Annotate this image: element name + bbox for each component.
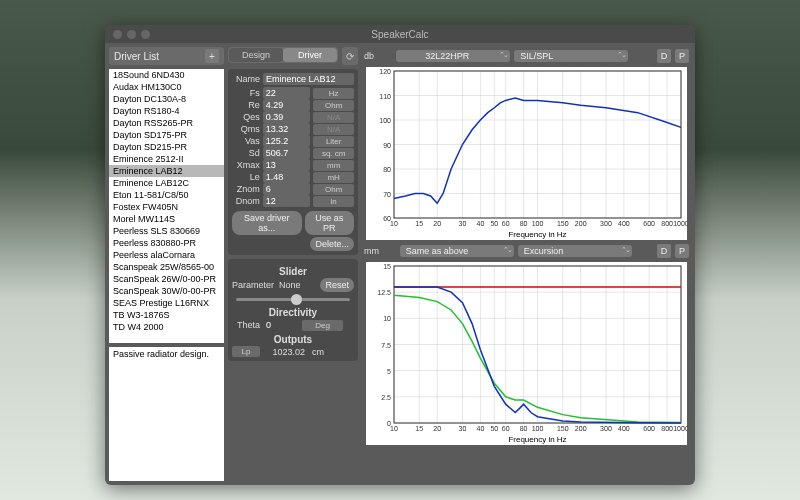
svg-text:10: 10 <box>383 315 391 322</box>
chart-top-p-button[interactable]: P <box>675 49 689 63</box>
param-row: Vas125.2Liter <box>232 135 354 147</box>
slider-thumb[interactable] <box>291 294 302 305</box>
list-item[interactable]: SEAS Prestige L16RNX <box>109 297 224 309</box>
list-item[interactable]: Dayton RSS265-PR <box>109 117 224 129</box>
param-value[interactable]: 22 <box>263 87 311 99</box>
list-item[interactable]: Audax HM130C0 <box>109 81 224 93</box>
delete-button[interactable]: Delete... <box>310 237 354 251</box>
slider-track[interactable] <box>236 298 350 301</box>
param-row: Sd506.7sq. cm <box>232 147 354 159</box>
chart-top-d-button[interactable]: D <box>657 49 671 63</box>
param-unit: mm <box>313 160 354 171</box>
param-row: Qms13.32N/A <box>232 123 354 135</box>
param-label: Fs <box>232 88 260 98</box>
name-value[interactable]: Eminence LAB12 <box>263 73 354 85</box>
tab-design[interactable]: Design <box>229 48 283 62</box>
svg-text:7.5: 7.5 <box>381 342 391 349</box>
list-item[interactable]: ScanSpeak 26W/0-00-PR <box>109 273 224 285</box>
chart-top-header: db 32L22HPR SIL/SPL D P <box>362 47 691 65</box>
list-item[interactable]: Eton 11-581/C8/50 <box>109 189 224 201</box>
list-item[interactable]: 18Sound 6ND430 <box>109 69 224 81</box>
use-as-pr-button[interactable]: Use as PR <box>305 211 354 235</box>
chart-bottom-mode-dropdown[interactable]: Excursion <box>518 245 632 257</box>
list-item[interactable]: Peerless 830880-PR <box>109 237 224 249</box>
list-item[interactable]: ScanSpeak 30W/0-00-PR <box>109 285 224 297</box>
refresh-icon[interactable]: ⟳ <box>342 47 358 65</box>
svg-text:150: 150 <box>557 425 569 432</box>
svg-text:1000: 1000 <box>673 220 687 227</box>
list-item[interactable]: Peerless SLS 830669 <box>109 225 224 237</box>
driver-note[interactable]: Passive radiator design. <box>109 347 224 481</box>
param-value[interactable]: 0.39 <box>263 111 311 123</box>
param-value[interactable]: 125.2 <box>263 135 311 147</box>
svg-text:800: 800 <box>661 220 673 227</box>
list-item[interactable]: Dayton SD215-PR <box>109 141 224 153</box>
param-value[interactable]: 6 <box>263 183 311 195</box>
param-value[interactable]: 13 <box>263 159 311 171</box>
slider-title: Slider <box>232 266 354 277</box>
list-item[interactable]: Morel MW114S <box>109 213 224 225</box>
svg-text:70: 70 <box>383 191 391 198</box>
slider-reset-button[interactable]: Reset <box>320 278 354 292</box>
save-driver-button[interactable]: Save driver as... <box>232 211 302 235</box>
param-value[interactable]: 1.48 <box>263 171 311 183</box>
slider-param-label: Parameter <box>232 280 276 290</box>
add-driver-button[interactable]: + <box>205 49 219 63</box>
list-item[interactable]: Eminence LAB12 <box>109 165 224 177</box>
param-value[interactable]: 4.29 <box>263 99 311 111</box>
list-item[interactable]: TB W3-1876S <box>109 309 224 321</box>
svg-text:200: 200 <box>575 220 587 227</box>
param-unit: Liter <box>313 136 354 147</box>
chart-top-config-dropdown[interactable]: 32L22HPR <box>396 50 510 62</box>
slider-panel: Slider Parameter None Reset Directivity … <box>228 259 358 361</box>
titlebar[interactable]: SpeakerCalc <box>105 25 695 43</box>
param-label: Le <box>232 172 260 182</box>
content: Driver List + 18Sound 6ND430Audax HM130C… <box>105 43 695 485</box>
svg-text:60: 60 <box>383 215 391 222</box>
param-unit: sq. cm <box>313 148 354 159</box>
driver-list[interactable]: 18Sound 6ND430Audax HM130C0Dayton DC130A… <box>109 69 224 343</box>
param-unit: in <box>313 196 354 207</box>
theta-value[interactable]: 0 <box>263 319 299 331</box>
theta-label: Theta <box>232 320 260 330</box>
chart-bottom-config-dropdown[interactable]: Same as above <box>400 245 514 257</box>
tab-driver[interactable]: Driver <box>283 48 337 62</box>
svg-text:12.5: 12.5 <box>377 289 391 296</box>
svg-text:110: 110 <box>379 93 391 100</box>
theta-unit: Deg <box>302 320 343 331</box>
list-item[interactable]: Eminence 2512-II <box>109 153 224 165</box>
param-label: Xmax <box>232 160 260 170</box>
param-label: Re <box>232 100 260 110</box>
list-item[interactable]: Dayton DC130A-8 <box>109 93 224 105</box>
chart-top-mode-dropdown[interactable]: SIL/SPL <box>514 50 628 62</box>
param-unit: N/A <box>313 124 354 135</box>
svg-text:100: 100 <box>532 425 544 432</box>
svg-text:90: 90 <box>383 142 391 149</box>
list-item[interactable]: TD W4 2000 <box>109 321 224 333</box>
svg-text:30: 30 <box>459 220 467 227</box>
chart-top: 1015203040506080100150200300400600800100… <box>366 67 687 240</box>
param-value[interactable]: 13.32 <box>263 123 311 135</box>
chart-top-area: db 32L22HPR SIL/SPL D P 1015203040506080… <box>362 47 691 242</box>
list-item[interactable]: Peerless alaCornara <box>109 249 224 261</box>
chart-bottom-p-button[interactable]: P <box>675 244 689 258</box>
svg-text:60: 60 <box>502 425 510 432</box>
list-item[interactable]: Fostex FW405N <box>109 201 224 213</box>
params-panel: Name Eminence LAB12 Fs22HzRe4.29OhmQes0.… <box>228 69 358 255</box>
param-value[interactable]: 12 <box>263 195 311 207</box>
param-value[interactable]: 506.7 <box>263 147 311 159</box>
chart-bottom-d-button[interactable]: D <box>657 244 671 258</box>
param-row: Re4.29Ohm <box>232 99 354 111</box>
driver-list-title: Driver List <box>114 51 159 62</box>
svg-text:100: 100 <box>532 220 544 227</box>
charts-column: db 32L22HPR SIL/SPL D P 1015203040506080… <box>362 47 691 481</box>
tabs: Design Driver ⟳ <box>228 47 358 65</box>
chart-bottom: 1015203040506080100150200300400600800100… <box>366 262 687 445</box>
list-item[interactable]: Dayton SD175-PR <box>109 129 224 141</box>
svg-text:80: 80 <box>520 425 528 432</box>
svg-text:50: 50 <box>490 425 498 432</box>
list-item[interactable]: Dayton RS180-4 <box>109 105 224 117</box>
svg-text:600: 600 <box>643 220 655 227</box>
list-item[interactable]: Eminence LAB12C <box>109 177 224 189</box>
list-item[interactable]: Scanspeak 25W/8565-00 <box>109 261 224 273</box>
